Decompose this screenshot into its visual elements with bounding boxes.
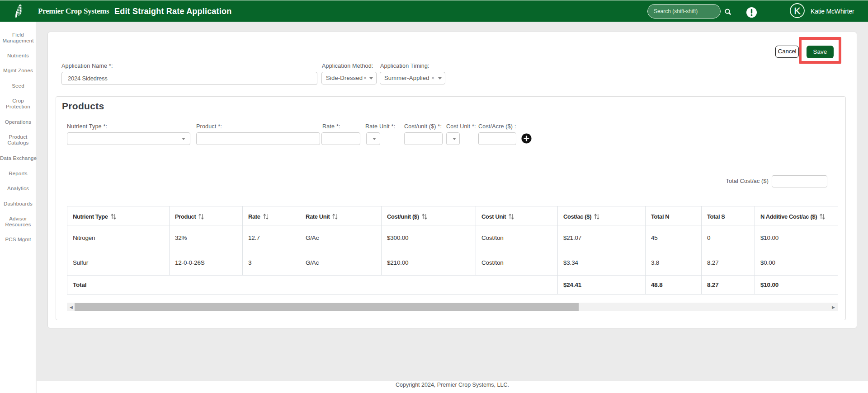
svg-text:K: K <box>794 5 800 16</box>
